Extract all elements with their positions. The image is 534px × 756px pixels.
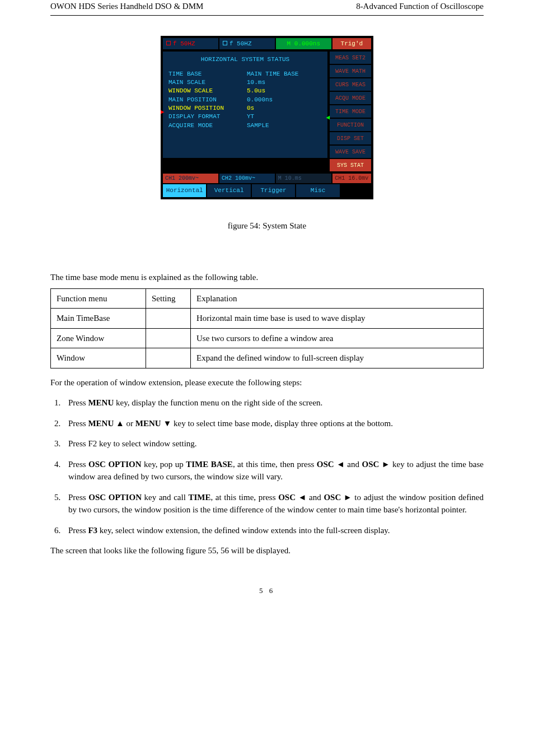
sys-value: 10.ms bbox=[247, 78, 322, 87]
side-menu-item: SYS STAT bbox=[330, 159, 371, 171]
table-cell bbox=[146, 309, 191, 329]
closing-text: The screen that looks like the following… bbox=[50, 544, 484, 557]
side-menu-item: ACQU MODE bbox=[330, 92, 371, 104]
ch2-freq: f 50HZ bbox=[229, 40, 252, 47]
sys-value: 5.0us bbox=[247, 87, 322, 95]
status-ch2: CH2 100mv~ bbox=[219, 174, 275, 183]
side-menu: MEAS SET2WAVE MATHCURS MEASACQU MODETIME… bbox=[330, 52, 371, 171]
sys-label: DISPLAY FORMAT bbox=[168, 113, 247, 121]
sys-value: 0.000ns bbox=[247, 96, 322, 104]
side-menu-item: WAVE SAVE bbox=[330, 146, 371, 158]
table-header: Setting bbox=[146, 288, 191, 309]
table-cell: Zone Window bbox=[51, 328, 146, 348]
list-item: Press MENU ▲ or MENU ▼ key to select tim… bbox=[63, 417, 484, 430]
sys-label: MAIN POSITION bbox=[168, 96, 247, 104]
table-cell: Use two cursors to define a window area bbox=[191, 328, 484, 348]
tab-trigger: Trigger bbox=[252, 184, 295, 197]
sys-label: TIME BASE bbox=[168, 70, 247, 78]
side-menu-item: WAVE MATH bbox=[330, 65, 371, 77]
marker-green: ◀ bbox=[326, 113, 330, 123]
time-m: M 0.000ns bbox=[287, 39, 320, 49]
steps-list: Press MENU key, display the function men… bbox=[50, 396, 484, 536]
list-item: Press OSC OPTION key and call TIME, at t… bbox=[63, 491, 484, 516]
sys-label: ACQUIRE MODE bbox=[168, 122, 247, 130]
list-item: Press OSC OPTION key, pop up TIME BASE, … bbox=[63, 458, 484, 483]
tab-misc: Misc bbox=[296, 184, 339, 197]
tab-horizontal: Horizontal bbox=[163, 184, 206, 197]
table-cell: Main TimeBase bbox=[51, 309, 146, 329]
side-menu-item: TIME MODE bbox=[330, 105, 371, 118]
status-m: M 10.ms bbox=[276, 174, 331, 183]
function-menu-table: Function menu Setting Explanation Main T… bbox=[50, 288, 484, 368]
side-menu-item: FUNCTION bbox=[330, 119, 371, 131]
sys-label: MAIN SCALE bbox=[168, 78, 247, 87]
sys-value: MAIN TIME BASE bbox=[247, 70, 322, 78]
ch1-freq: f 50HZ bbox=[173, 40, 195, 47]
status-ch1: CH1 200mv~ bbox=[163, 174, 218, 183]
sys-value: SAMPLE bbox=[247, 122, 322, 130]
list-item: Press F3 key, select window extension, t… bbox=[63, 524, 484, 537]
table-cell bbox=[146, 348, 191, 368]
header-left: OWON HDS Series Handheld DSO & DMM bbox=[50, 0, 203, 13]
marker-red: ▶ bbox=[161, 108, 165, 117]
sys-value: 0s bbox=[247, 104, 322, 113]
sys-status-heading: HORIZONTAL SYSTEM STATUS bbox=[168, 55, 322, 64]
header-right: 8-Advanced Function of Oscilloscope bbox=[356, 0, 484, 13]
sys-label: WINDOW POSITION bbox=[168, 104, 247, 113]
table-cell: Window bbox=[51, 348, 146, 368]
table-cell: Expand the defined window to full-screen… bbox=[191, 348, 484, 368]
side-menu-item: DISP SET bbox=[330, 132, 371, 144]
oscilloscope-screenshot: f 50HZ f 50HZ M 0.000ns Trig'd ▶ ◀ HORIZ… bbox=[161, 36, 373, 199]
table-header: Explanation bbox=[191, 288, 484, 309]
list-item: Press MENU key, display the function men… bbox=[63, 396, 484, 409]
page-number: 5 6 bbox=[50, 585, 484, 596]
side-menu-item: CURS MEAS bbox=[330, 78, 371, 91]
sys-value: YT bbox=[247, 113, 322, 121]
list-item: Press F2 key to select window setting. bbox=[63, 437, 484, 450]
trig-status: Trig'd bbox=[341, 39, 363, 49]
table-header: Function menu bbox=[51, 288, 146, 309]
sys-label: WINDOW SCALE bbox=[168, 87, 247, 95]
table-cell: Horizontal main time base is used to wav… bbox=[191, 309, 484, 329]
figure-caption: figure 54: System State bbox=[50, 220, 484, 232]
lead-text: The time base mode menu is explained as … bbox=[50, 271, 484, 284]
status-trig: CH1 16.0mv bbox=[332, 174, 371, 183]
table-cell bbox=[146, 328, 191, 348]
after-table-text: For the operation of window extension, p… bbox=[50, 376, 484, 389]
side-menu-item: MEAS SET2 bbox=[330, 52, 371, 64]
tab-vertical: Vertical bbox=[207, 184, 250, 197]
